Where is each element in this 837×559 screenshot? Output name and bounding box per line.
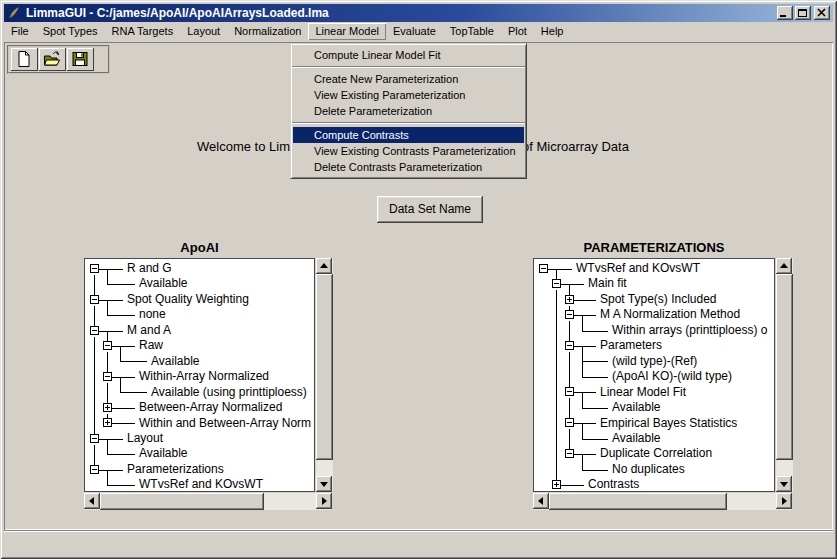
collapse-node-icon[interactable]	[565, 310, 574, 319]
collapse-node-icon[interactable]	[103, 341, 112, 350]
scroll-up-button[interactable]	[776, 258, 792, 274]
menu-item-compute-contrasts[interactable]: Compute Contrasts	[293, 127, 524, 143]
tree-node-label[interactable]: Available	[139, 446, 187, 461]
tree-node-label[interactable]: Available	[612, 431, 660, 446]
left-tree-horizontal-scrollbar[interactable]	[84, 493, 332, 510]
collapse-node-icon[interactable]	[103, 372, 112, 381]
collapse-node-icon[interactable]	[90, 465, 99, 474]
right-tree-horizontal-scrollbar[interactable]	[533, 493, 792, 510]
tree-node-label[interactable]: Spot Type(s) Included	[600, 292, 717, 307]
collapse-node-icon[interactable]	[90, 326, 99, 335]
right-tree-title: PARAMETERIZATIONS	[533, 240, 775, 255]
tree-node-label[interactable]: WTvsRef and KOvsWT	[576, 261, 700, 276]
scrollbar-thumb[interactable]	[776, 274, 793, 460]
tree-node-label[interactable]: none	[139, 307, 166, 322]
tree-node-label[interactable]: Raw	[139, 338, 163, 353]
menu-item-view-existing-contrasts-parameterization[interactable]: View Existing Contrasts Parameterization	[293, 143, 524, 159]
scroll-right-button[interactable]	[316, 493, 332, 509]
expand-node-icon[interactable]	[103, 403, 112, 412]
tree-connector-line	[107, 454, 135, 455]
window-title: LimmaGUI - C:/james/ApoAI/ApoAIArraysLoa…	[26, 6, 329, 20]
expand-node-icon[interactable]	[565, 295, 574, 304]
left-arrow-icon	[538, 497, 543, 505]
menubar-item-file[interactable]: File	[4, 23, 36, 40]
scrollbar-thumb[interactable]	[100, 493, 264, 510]
tree-node-label[interactable]: Between-Array Normalized	[139, 400, 282, 415]
menubar-item-spot-types[interactable]: Spot Types	[36, 23, 105, 40]
tree-node-label[interactable]: Available	[139, 276, 187, 291]
tree-node-label[interactable]: (ApoAI KO)-(wild type)	[612, 369, 732, 384]
scroll-down-button[interactable]	[316, 476, 332, 492]
menu-item-delete-parameterization[interactable]: Delete Parameterization	[293, 103, 524, 119]
collapse-node-icon[interactable]	[90, 295, 99, 304]
menu-item-delete-contrasts-parameterization[interactable]: Delete Contrasts Parameterization	[293, 159, 524, 175]
tree-node-label[interactable]: Within-Array Normalized	[139, 369, 269, 384]
save-file-button[interactable]	[67, 48, 94, 71]
right-tree-vertical-scrollbar[interactable]	[776, 258, 793, 492]
menubar-item-plot[interactable]: Plot	[501, 23, 534, 40]
tree-node-label[interactable]: M and A	[127, 323, 171, 338]
expand-node-icon[interactable]	[103, 418, 112, 427]
tree-node-label[interactable]: Contrasts	[588, 477, 639, 492]
data-set-name-button[interactable]: Data Set Name	[377, 196, 483, 223]
scrollbar-thumb[interactable]	[316, 274, 333, 460]
tree-node-label[interactable]: Within and Between-Array Norm	[139, 416, 311, 431]
menubar-item-evaluate[interactable]: Evaluate	[386, 23, 443, 40]
tree-node-label[interactable]: Available	[151, 354, 199, 369]
scrollbar-thumb[interactable]	[549, 493, 727, 510]
tree-node-label[interactable]: Available (using printtiploess)	[151, 385, 307, 400]
menubar-item-normalization[interactable]: Normalization	[227, 23, 308, 40]
menubar-item-toptable[interactable]: TopTable	[443, 23, 501, 40]
tree-node-label[interactable]: Spot Quality Weighting	[127, 292, 249, 307]
title-bar[interactable]: LimmaGUI - C:/james/ApoAI/ApoAIArraysLoa…	[4, 4, 833, 22]
tree-node-label[interactable]: Main fit	[588, 276, 627, 291]
scroll-right-button[interactable]	[776, 493, 792, 509]
collapse-node-icon[interactable]	[90, 434, 99, 443]
collapse-node-icon[interactable]	[565, 387, 574, 396]
menubar-item-rna-targets[interactable]: RNA Targets	[105, 23, 181, 40]
tree-node-label[interactable]: WTvsRef and KOvsWT	[139, 477, 263, 492]
menubar-item-linear-model[interactable]: Linear Model	[308, 23, 386, 40]
tree-connector-line	[582, 361, 608, 362]
menubar-item-help[interactable]: Help	[534, 23, 571, 40]
parameterizations-tree: WTvsRef and KOvsWTMain fitSpot Type(s) I…	[533, 258, 775, 492]
tree-node-label[interactable]: Within arrays (printtiploess) o	[612, 323, 767, 338]
tree-connector-line	[574, 423, 596, 424]
collapse-node-icon[interactable]	[565, 341, 574, 350]
tree-node-label[interactable]: Linear Model Fit	[600, 385, 686, 400]
tree-node-label[interactable]: (wild type)-(Ref)	[612, 354, 697, 369]
collapse-node-icon[interactable]	[90, 264, 99, 273]
tree-connector-line	[561, 284, 584, 285]
close-button[interactable]	[814, 6, 830, 20]
menubar-item-layout[interactable]: Layout	[180, 23, 227, 40]
tree-node-label[interactable]: Duplicate Correlation	[600, 446, 712, 461]
collapse-node-icon[interactable]	[565, 449, 574, 458]
menu-item-create-new-parameterization[interactable]: Create New Parameterization	[293, 71, 524, 87]
minimize-button[interactable]	[777, 6, 793, 20]
tree-node-label[interactable]: Layout	[127, 431, 163, 446]
tree-node-label[interactable]: Parameters	[600, 338, 662, 353]
collapse-node-icon[interactable]	[565, 418, 574, 427]
tree-node-label[interactable]: Available	[612, 400, 660, 415]
collapse-node-icon[interactable]	[552, 279, 561, 288]
scroll-up-button[interactable]	[316, 258, 332, 274]
tree-connector-line	[94, 307, 95, 323]
scroll-left-button[interactable]	[533, 493, 549, 509]
maximize-button[interactable]	[795, 6, 811, 20]
tree-node-label[interactable]: No duplicates	[612, 462, 685, 477]
menu-item-view-existing-parameterization[interactable]: View Existing Parameterization	[293, 87, 524, 103]
tree-node-label[interactable]: M A Normalization Method	[600, 307, 740, 322]
collapse-node-icon[interactable]	[539, 264, 548, 273]
tree-connector-line	[99, 269, 123, 270]
tree-node-label[interactable]: Parameterizations	[127, 462, 224, 477]
tree-node-label[interactable]: Empirical Bayes Statistics	[600, 416, 737, 431]
new-file-icon	[15, 50, 33, 68]
tree-node-label[interactable]: R and G	[127, 261, 172, 276]
menu-item-compute-linear-model-fit[interactable]: Compute Linear Model Fit	[293, 47, 524, 63]
expand-node-icon[interactable]	[552, 480, 561, 489]
scroll-down-button[interactable]	[776, 476, 792, 492]
open-file-button[interactable]	[39, 48, 66, 71]
scroll-left-button[interactable]	[84, 493, 100, 509]
left-tree-vertical-scrollbar[interactable]	[316, 258, 333, 492]
new-file-button[interactable]	[11, 48, 38, 71]
